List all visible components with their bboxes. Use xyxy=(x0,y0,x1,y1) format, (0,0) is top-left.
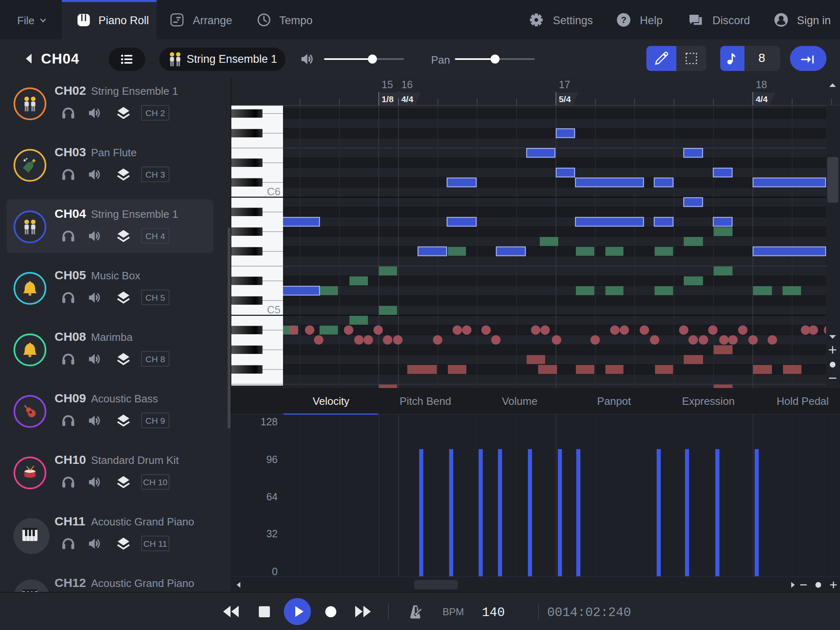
svg-text:16: 16 xyxy=(401,79,413,90)
svg-text:5/4: 5/4 xyxy=(559,94,571,104)
svg-text:4/4: 4/4 xyxy=(756,94,768,104)
svg-text:C6: C6 xyxy=(267,185,281,198)
svg-text:4/4: 4/4 xyxy=(401,94,413,104)
svg-text:17: 17 xyxy=(559,79,570,90)
svg-text:?: ? xyxy=(621,15,626,25)
svg-text:C5: C5 xyxy=(267,304,281,316)
svg-text:15: 15 xyxy=(381,79,393,90)
svg-text:18: 18 xyxy=(756,79,767,90)
svg-text:1/8: 1/8 xyxy=(381,94,394,104)
